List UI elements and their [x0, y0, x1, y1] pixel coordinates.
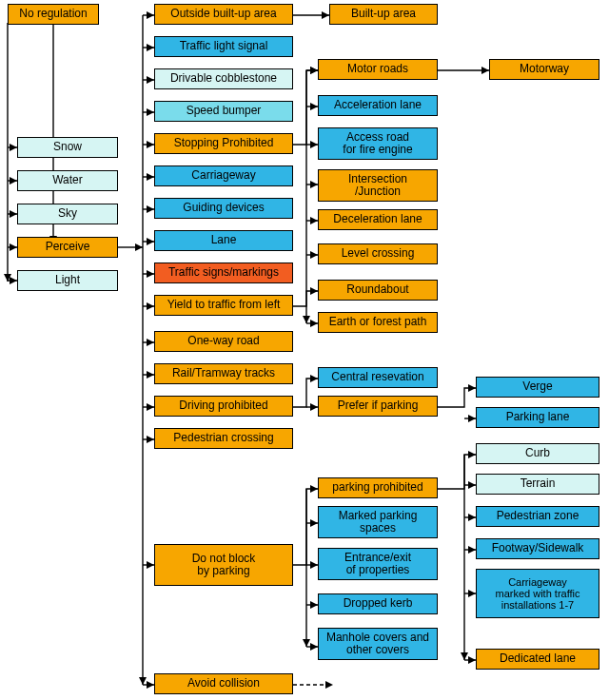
- node-dropped-kerb: Dropped kerb: [318, 593, 438, 614]
- node-fire-access-road: Access road for fire engine: [318, 127, 438, 160]
- node-acceleration-lane: Acceleration lane: [318, 95, 438, 116]
- node-no-regulation: No regulation: [8, 4, 99, 25]
- node-one-way-road: One-way road: [154, 331, 293, 352]
- node-prefer-if-parking: Prefer if parking: [318, 396, 438, 417]
- node-manhole-covers: Manhole covers and other covers: [318, 628, 438, 660]
- node-yield-left: Yield to traffic from left: [154, 295, 293, 316]
- node-curb: Curb: [476, 443, 599, 464]
- node-stopping-prohibited: Stopping Prohibited: [154, 133, 293, 154]
- node-level-crossing: Level crossing: [318, 243, 438, 264]
- node-outside-builtup: Outside built-up area: [154, 4, 293, 25]
- node-drivable-cobblestone: Drivable cobblestone: [154, 68, 293, 89]
- node-traffic-light-signal: Traffic light signal: [154, 36, 293, 57]
- node-footway-sidewalk: Footway/Sidewalk: [476, 538, 599, 559]
- node-do-not-block-parking: Do not block by parking: [154, 544, 293, 586]
- node-pedestrian-crossing: Pedestrian crossing: [154, 428, 293, 449]
- node-dedicated-lane: Dedicated lane: [476, 649, 599, 670]
- node-entrance-exit-properties: Entrance/exit of properties: [318, 548, 438, 580]
- node-sky: Sky: [17, 204, 118, 224]
- node-marked-parking-spaces: Marked parking spaces: [318, 506, 438, 538]
- node-deceleration-lane: Deceleration lane: [318, 209, 438, 230]
- node-parking-prohibited: parking prohibited: [318, 477, 438, 498]
- node-verge: Verge: [476, 377, 599, 398]
- node-guiding-devices: Guiding devices: [154, 198, 293, 219]
- node-carriageway-marked-installations: Carriageway marked with traffic installa…: [476, 569, 599, 618]
- node-earth-forest-path: Earth or forest path: [318, 312, 438, 333]
- node-lane: Lane: [154, 230, 293, 251]
- node-central-reservation: Central resevation: [318, 367, 438, 388]
- node-roundabout: Roundabout: [318, 280, 438, 301]
- node-motorway: Motorway: [489, 59, 599, 80]
- node-carriageway: Carriageway: [154, 165, 293, 186]
- node-terrain: Terrain: [476, 474, 599, 495]
- node-light: Light: [17, 270, 118, 291]
- node-rail-tramway: Rail/Tramway tracks: [154, 363, 293, 384]
- node-snow: Snow: [17, 137, 118, 158]
- node-traffic-signs-markings: Traffic signs/markings: [154, 262, 293, 283]
- node-intersection-junction: Intersection /Junction: [318, 169, 438, 202]
- node-speed-bumper: Speed bumper: [154, 101, 293, 122]
- node-driving-prohibited: Driving prohibited: [154, 396, 293, 417]
- node-pedestrian-zone: Pedestrian zone: [476, 506, 599, 527]
- node-built-up-area: Built-up area: [329, 4, 438, 25]
- node-avoid-collision: Avoid collision: [154, 673, 293, 694]
- node-perceive: Perceive: [17, 237, 118, 258]
- node-motor-roads: Motor roads: [318, 59, 438, 80]
- node-parking-lane: Parking lane: [476, 407, 599, 428]
- node-water: Water: [17, 170, 118, 191]
